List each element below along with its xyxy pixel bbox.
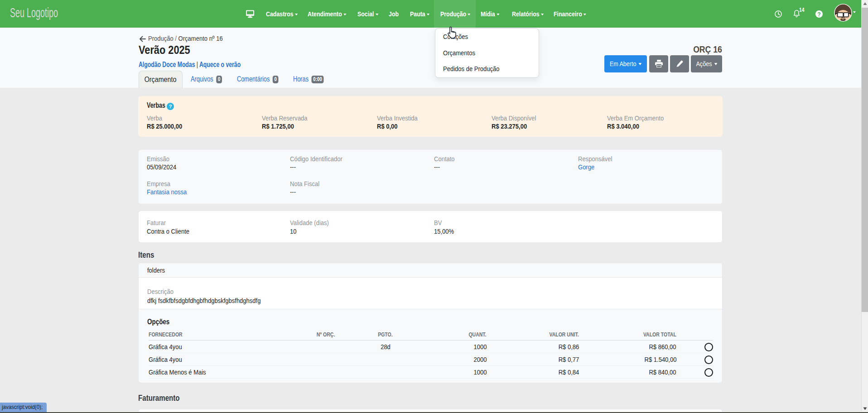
- svg-text:?: ?: [169, 104, 172, 109]
- svg-text:?: ?: [817, 11, 820, 18]
